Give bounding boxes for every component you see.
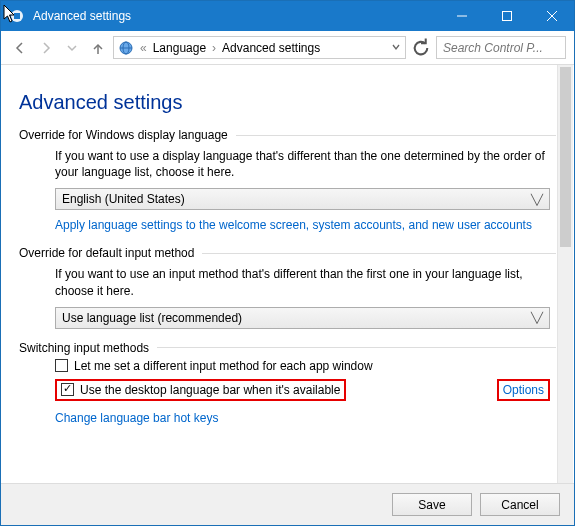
search-input[interactable]: Search Control P... xyxy=(436,36,566,59)
section-override-input-method: Override for default input method xyxy=(19,246,556,260)
page-title: Advanced settings xyxy=(19,91,556,114)
input-method-dropdown[interactable]: Use language list (recommended) ╲╱ xyxy=(55,307,550,329)
breadcrumb-seg-language[interactable]: Language xyxy=(153,41,206,55)
dropdown-value: English (United States) xyxy=(62,192,185,206)
save-button[interactable]: Save xyxy=(392,493,472,516)
options-link[interactable]: Options xyxy=(503,383,544,397)
breadcrumb-chevron-icon: › xyxy=(210,41,218,55)
address-bar[interactable]: « Language › Advanced settings xyxy=(113,36,406,59)
window-title: Advanced settings xyxy=(33,9,439,23)
section-switching-input-methods: Switching input methods xyxy=(19,341,556,355)
section2-description: If you want to use an input method that'… xyxy=(55,266,550,298)
section-heading: Override for default input method xyxy=(19,246,194,260)
close-button[interactable] xyxy=(529,1,574,31)
mouse-cursor-icon xyxy=(3,5,17,23)
chevron-down-icon: ╲╱ xyxy=(531,312,543,323)
back-button[interactable] xyxy=(9,37,31,59)
desktop-language-bar-checkbox[interactable] xyxy=(61,383,74,396)
section1-description: If you want to use a display language th… xyxy=(55,148,550,180)
titlebar: Advanced settings xyxy=(1,1,574,31)
footer: Save Cancel xyxy=(1,483,574,525)
checkbox-label: Use the desktop language bar when it's a… xyxy=(80,383,340,397)
per-app-input-method-checkbox[interactable] xyxy=(55,359,68,372)
section-heading: Override for Windows display language xyxy=(19,128,228,142)
address-dropdown-icon[interactable] xyxy=(391,41,401,55)
search-placeholder: Search Control P... xyxy=(443,41,543,55)
content-area: Advanced settings Override for Windows d… xyxy=(1,65,574,483)
apply-language-settings-link[interactable]: Apply language settings to the welcome s… xyxy=(55,218,532,232)
highlight-desktop-language-bar: Use the desktop language bar when it's a… xyxy=(55,379,346,401)
dropdown-value: Use language list (recommended) xyxy=(62,311,242,325)
recent-locations-button[interactable] xyxy=(61,37,83,59)
minimize-button[interactable] xyxy=(439,1,484,31)
breadcrumb-seg-advanced[interactable]: Advanced settings xyxy=(222,41,320,55)
location-icon xyxy=(118,40,134,56)
change-hotkeys-link[interactable]: Change language bar hot keys xyxy=(55,411,218,425)
up-button[interactable] xyxy=(87,37,109,59)
chevron-down-icon: ╲╱ xyxy=(531,194,543,205)
section-heading: Switching input methods xyxy=(19,341,149,355)
svg-rect-3 xyxy=(502,12,511,21)
refresh-button[interactable] xyxy=(410,37,432,59)
breadcrumb-separator: « xyxy=(138,41,149,55)
cancel-button[interactable]: Cancel xyxy=(480,493,560,516)
section-override-display-language: Override for Windows display language xyxy=(19,128,556,142)
checkbox-label: Let me set a different input method for … xyxy=(74,359,373,373)
highlight-options-link: Options xyxy=(497,379,550,401)
maximize-button[interactable] xyxy=(484,1,529,31)
forward-button[interactable] xyxy=(35,37,57,59)
display-language-dropdown[interactable]: English (United States) ╲╱ xyxy=(55,188,550,210)
toolbar: « Language › Advanced settings Search Co… xyxy=(1,31,574,65)
